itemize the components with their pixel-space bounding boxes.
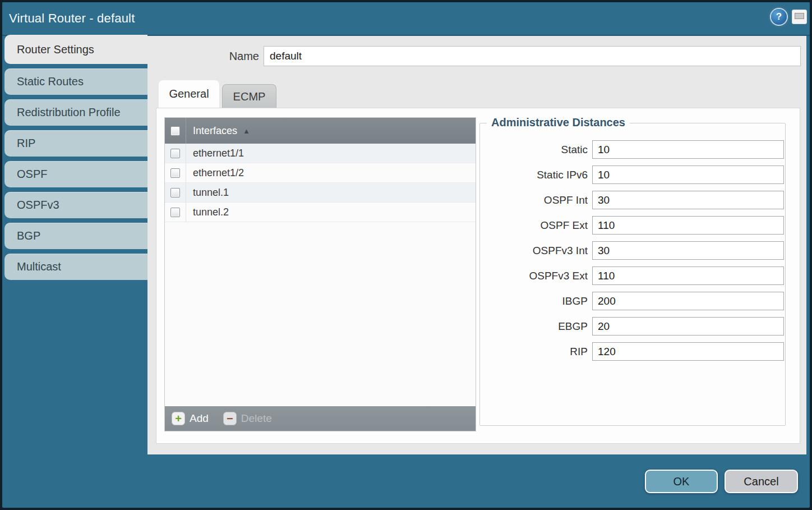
ok-button[interactable]: OK xyxy=(645,470,718,493)
ospf-int-label: OSPF Int xyxy=(480,194,588,206)
field-row: IBGP xyxy=(480,292,785,310)
name-input[interactable] xyxy=(264,46,801,66)
ospfv3-int-input[interactable] xyxy=(592,241,784,260)
field-row: RIP xyxy=(480,342,785,361)
delete-button[interactable]: − Delete xyxy=(223,412,272,425)
help-icon[interactable]: ? xyxy=(771,9,787,25)
ospf-ext-input[interactable] xyxy=(592,216,784,235)
interface-name: ethernet1/2 xyxy=(193,167,244,179)
administrative-distances-title: Administrative Distances xyxy=(487,116,630,129)
administrative-distances-group: Administrative Distances Static Static I… xyxy=(479,123,786,426)
add-button[interactable]: + Add xyxy=(172,412,209,425)
row-checkbox[interactable] xyxy=(170,149,180,158)
ospf-int-input[interactable] xyxy=(592,191,784,209)
sidebar-item-rip[interactable]: RIP xyxy=(4,130,147,157)
field-row: EBGP xyxy=(480,317,785,336)
administrative-distances-fields: Static Static IPv6 OSPF Int OSPF Ext xyxy=(480,140,785,367)
ebgp-label: EBGP xyxy=(480,320,588,333)
interface-name: tunnel.2 xyxy=(193,206,229,218)
ospfv3-ext-input[interactable] xyxy=(592,267,784,285)
window-restore-icon[interactable] xyxy=(792,10,807,24)
row-checkbox-cell xyxy=(165,203,186,222)
sidebar-item-ospfv3[interactable]: OSPFv3 xyxy=(4,192,147,218)
interfaces-table-footer: + Add − Delete xyxy=(165,406,476,431)
interface-row[interactable]: ethernet1/2 xyxy=(165,163,476,183)
ospf-ext-label: OSPF Ext xyxy=(480,219,588,232)
interface-name: tunnel.1 xyxy=(193,187,229,199)
general-tab-panel: Interfaces ▲ ethernet1/1 ethernet1/2 xyxy=(156,108,800,444)
sidebar: Router Settings Static Routes Redistribu… xyxy=(4,35,147,284)
title-bar: Virtual Router - default ? xyxy=(2,2,810,36)
tab-ecmp[interactable]: ECMP xyxy=(222,84,276,108)
cancel-button[interactable]: Cancel xyxy=(725,470,798,493)
sidebar-item-multicast[interactable]: Multicast xyxy=(4,254,147,280)
sidebar-item-router-settings[interactable]: Router Settings xyxy=(4,35,147,64)
sidebar-item-redistribution-profile[interactable]: Redistribution Profile xyxy=(4,99,147,126)
field-row: Static xyxy=(480,140,785,159)
dialog-title: Virtual Router - default xyxy=(9,2,135,35)
tab-general[interactable]: General xyxy=(159,80,219,108)
static-input[interactable] xyxy=(592,140,784,159)
sidebar-item-ospf[interactable]: OSPF xyxy=(4,161,147,187)
virtual-router-dialog: Virtual Router - default ? Router Settin… xyxy=(0,0,812,510)
name-row: Name xyxy=(147,46,801,66)
row-checkbox[interactable] xyxy=(170,168,180,178)
router-settings-page: Name General ECMP Interfaces ▲ xyxy=(147,36,806,454)
add-button-label: Add xyxy=(190,412,209,425)
sidebar-item-static-routes[interactable]: Static Routes xyxy=(4,68,147,95)
static-ipv6-input[interactable] xyxy=(592,166,784,184)
interface-row[interactable]: tunnel.2 xyxy=(165,203,476,222)
field-row: Static IPv6 xyxy=(480,166,785,184)
sidebar-item-bgp[interactable]: BGP xyxy=(4,223,147,249)
ibgp-input[interactable] xyxy=(592,292,784,310)
row-checkbox-cell xyxy=(165,163,186,182)
delete-button-label: Delete xyxy=(241,412,272,425)
rip-label: RIP xyxy=(480,346,588,358)
field-row: OSPFv3 Int xyxy=(480,241,785,260)
interfaces-column-header[interactable]: Interfaces xyxy=(193,125,237,137)
ospfv3-ext-label: OSPFv3 Ext xyxy=(480,270,588,282)
header-checkbox-cell xyxy=(165,118,186,144)
table-empty-area xyxy=(165,222,476,406)
field-row: OSPFv3 Ext xyxy=(480,267,785,285)
select-all-checkbox[interactable] xyxy=(170,126,180,136)
ospfv3-int-label: OSPFv3 Int xyxy=(480,245,588,257)
ebgp-input[interactable] xyxy=(592,317,784,336)
window-restore-glyph xyxy=(795,13,804,19)
name-label: Name xyxy=(147,50,259,63)
row-checkbox-cell xyxy=(165,144,186,163)
interfaces-table-header: Interfaces ▲ xyxy=(165,118,476,144)
interface-name: ethernet1/1 xyxy=(193,148,244,159)
static-ipv6-label: Static IPv6 xyxy=(480,169,588,181)
static-label: Static xyxy=(480,144,588,156)
plus-icon: + xyxy=(172,412,185,425)
interfaces-table: Interfaces ▲ ethernet1/1 ethernet1/2 xyxy=(164,117,476,431)
row-checkbox[interactable] xyxy=(170,208,180,217)
row-checkbox[interactable] xyxy=(170,188,180,197)
field-row: OSPF Ext xyxy=(480,216,785,235)
interface-row[interactable]: tunnel.1 xyxy=(165,183,476,203)
ibgp-label: IBGP xyxy=(480,295,588,307)
sort-ascending-icon[interactable]: ▲ xyxy=(243,127,250,135)
field-row: OSPF Int xyxy=(480,191,785,209)
minus-icon: − xyxy=(223,412,237,425)
interface-row[interactable]: ethernet1/1 xyxy=(165,144,476,163)
row-checkbox-cell xyxy=(165,183,186,202)
rip-input[interactable] xyxy=(592,342,784,361)
